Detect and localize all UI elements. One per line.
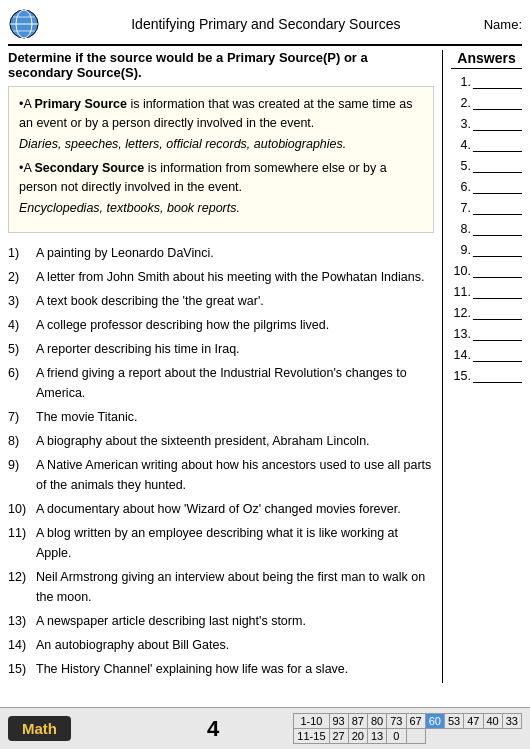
- score-value: 27: [329, 729, 348, 744]
- answer-line: 2.: [451, 96, 522, 110]
- question-text: A newspaper article describing last nigh…: [36, 611, 434, 631]
- answer-blank: [473, 306, 522, 320]
- score-table-container: 1-109387807367605347403311-152720130: [293, 713, 522, 744]
- page-title: Identifying Primary and Secondary Source…: [48, 16, 484, 32]
- question-number: 11): [8, 523, 36, 543]
- answer-number: 11.: [451, 285, 471, 299]
- question-text: A text book describing the 'the great wa…: [36, 291, 434, 311]
- name-label: Name:: [484, 17, 522, 32]
- question-text: A Native American writing about how his …: [36, 455, 434, 495]
- question-item: 15)The History Channel' explaining how l…: [8, 659, 434, 679]
- answer-line: 7.: [451, 201, 522, 215]
- question-item: 8)A biography about the sixteenth presid…: [8, 431, 434, 451]
- math-badge: Math: [8, 716, 71, 741]
- question-number: 15): [8, 659, 36, 679]
- answer-number: 4.: [451, 138, 471, 152]
- answer-number: 13.: [451, 327, 471, 341]
- answer-number: 10.: [451, 264, 471, 278]
- question-number: 1): [8, 243, 36, 263]
- page-number: 4: [207, 716, 219, 742]
- answer-blank: [473, 327, 522, 341]
- main-layout: Determine if the source would be a Prima…: [8, 50, 522, 683]
- question-item: 10)A documentary about how 'Wizard of Oz…: [8, 499, 434, 519]
- header: Identifying Primary and Secondary Source…: [8, 8, 522, 46]
- answer-number: 1.: [451, 75, 471, 89]
- answer-blank: [473, 159, 522, 173]
- answer-line: 13.: [451, 327, 522, 341]
- score-range: 1-10: [294, 714, 329, 729]
- answer-line: 10.: [451, 264, 522, 278]
- answer-line: 1.: [451, 75, 522, 89]
- question-number: 8): [8, 431, 36, 451]
- question-item: 11)A blog written by an employee describ…: [8, 523, 434, 563]
- question-number: 10): [8, 499, 36, 519]
- answer-line: 15.: [451, 369, 522, 383]
- question-text: A letter from John Smith about his meeti…: [36, 267, 434, 287]
- score-value: 33: [502, 714, 521, 729]
- question-item: 9)A Native American writing about how hi…: [8, 455, 434, 495]
- answers-header: Answers: [451, 50, 522, 69]
- question-item: 3)A text book describing the 'the great …: [8, 291, 434, 311]
- globe-icon: [8, 8, 40, 40]
- answer-line: 9.: [451, 243, 522, 257]
- answer-number: 14.: [451, 348, 471, 362]
- answer-line: 14.: [451, 348, 522, 362]
- answer-number: 7.: [451, 201, 471, 215]
- question-text: A reporter describing his time in Iraq.: [36, 339, 434, 359]
- answer-blank: [473, 96, 522, 110]
- info-box: •A Primary Source is information that wa…: [8, 86, 434, 233]
- question-text: A biography about the sixteenth presiden…: [36, 431, 434, 451]
- answer-blank: [473, 75, 522, 89]
- score-value: 93: [329, 714, 348, 729]
- directive: Determine if the source would be a Prima…: [8, 50, 434, 80]
- answer-number: 9.: [451, 243, 471, 257]
- score-value: 20: [348, 729, 367, 744]
- questions-list: 1)A painting by Leonardo DaVinci.2)A let…: [8, 243, 434, 679]
- answer-blank: [473, 264, 522, 278]
- answers-list: 1.2.3.4.5.6.7.8.9.10.11.12.13.14.15.: [451, 75, 522, 383]
- question-text: The History Channel' explaining how life…: [36, 659, 434, 679]
- question-number: 9): [8, 455, 36, 475]
- score-value: 47: [464, 714, 483, 729]
- question-text: A college professor describing how the p…: [36, 315, 434, 335]
- answer-blank: [473, 117, 522, 131]
- answer-line: 3.: [451, 117, 522, 131]
- answer-blank: [473, 243, 522, 257]
- secondary-label: Secondary Source: [35, 161, 145, 175]
- footer: Math 4 1-109387807367605347403311-152720…: [0, 707, 530, 749]
- answers-column: Answers 1.2.3.4.5.6.7.8.9.10.11.12.13.14…: [442, 50, 522, 683]
- score-value: 0: [387, 729, 406, 744]
- question-number: 2): [8, 267, 36, 287]
- question-item: 1)A painting by Leonardo DaVinci.: [8, 243, 434, 263]
- question-item: 5)A reporter describing his time in Iraq…: [8, 339, 434, 359]
- page: Identifying Primary and Secondary Source…: [0, 0, 530, 749]
- answer-number: 2.: [451, 96, 471, 110]
- score-value: 80: [368, 714, 387, 729]
- score-value: 73: [387, 714, 406, 729]
- answer-number: 12.: [451, 306, 471, 320]
- secondary-definition: •A Secondary Source is information from …: [19, 159, 423, 217]
- question-number: 5): [8, 339, 36, 359]
- answer-line: 8.: [451, 222, 522, 236]
- answer-blank: [473, 222, 522, 236]
- score-table: 1-109387807367605347403311-152720130: [293, 713, 522, 744]
- question-text: A painting by Leonardo DaVinci.: [36, 243, 434, 263]
- primary-examples: Diaries, speeches, letters, official rec…: [19, 135, 423, 154]
- answer-blank: [473, 138, 522, 152]
- question-number: 14): [8, 635, 36, 655]
- question-text: A documentary about how 'Wizard of Oz' c…: [36, 499, 434, 519]
- question-item: 2)A letter from John Smith about his mee…: [8, 267, 434, 287]
- question-number: 13): [8, 611, 36, 631]
- question-number: 6): [8, 363, 36, 383]
- answer-line: 5.: [451, 159, 522, 173]
- question-text: An autobiography about Bill Gates.: [36, 635, 434, 655]
- question-number: 4): [8, 315, 36, 335]
- left-column: Determine if the source would be a Prima…: [8, 50, 442, 683]
- score-value: 67: [406, 714, 425, 729]
- score-value: [406, 729, 425, 744]
- answer-line: 6.: [451, 180, 522, 194]
- primary-definition: •A Primary Source is information that wa…: [19, 95, 423, 153]
- question-text: The movie Titanic.: [36, 407, 434, 427]
- primary-label: Primary Source: [35, 97, 127, 111]
- question-text: Neil Armstrong giving an interview about…: [36, 567, 434, 607]
